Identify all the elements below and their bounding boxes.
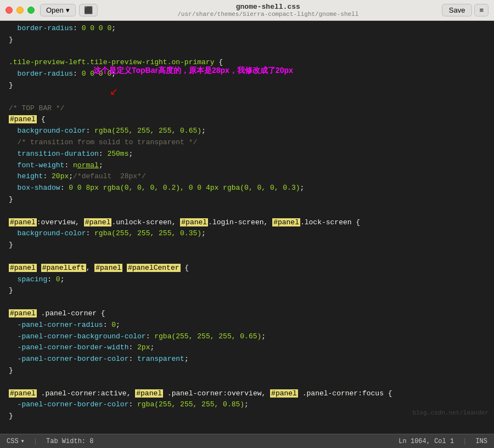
open-button[interactable]: Open ▾ (40, 4, 76, 16)
code-line[interactable]: spacing: 0; (0, 274, 494, 286)
save-button[interactable]: Save (442, 4, 473, 16)
code-line[interactable]: -panel-corner-background-color: rgba(255… (0, 331, 494, 343)
cursor-position: Ln 1064, Col 1 (398, 438, 454, 445)
code-line[interactable] (0, 377, 494, 388)
code-line[interactable]: background-color: rgba(255, 255, 255, 0.… (0, 228, 494, 240)
code-line[interactable]: } (0, 80, 494, 92)
code-line[interactable]: #panel #panelLeft, #panel #panelCenter { (0, 263, 494, 274)
tab-width-label: Tab Width: 8 (46, 438, 93, 445)
code-line[interactable] (0, 422, 494, 434)
code-line[interactable] (0, 297, 494, 308)
code-line[interactable]: box-shadow: 0 0 8px rgba(0, 0, 0, 0.2), … (0, 183, 494, 194)
titlebar: Open ▾ ⬛ gnome-shell.css /usr/share/them… (0, 0, 494, 21)
file-title: gnome-shell.css (98, 3, 439, 11)
code-line[interactable]: #panel .panel-corner { (0, 308, 494, 320)
minimize-button[interactable] (16, 7, 24, 14)
code-line[interactable]: font-weight: normal; (0, 160, 494, 172)
language-chevron: ▾ (21, 437, 25, 445)
code-line[interactable] (0, 206, 494, 217)
code-line[interactable]: border-radius: 0 0 0 0; (0, 23, 494, 35)
language-item[interactable]: CSS ▾ (7, 437, 25, 445)
code-line[interactable] (0, 251, 494, 263)
title-center: gnome-shell.css /usr/share/themes/Sierra… (98, 3, 439, 18)
save-icon-button[interactable]: ⬛ (79, 4, 98, 16)
watermark: blog.csdn.net/leander (412, 410, 489, 416)
window-buttons (5, 7, 35, 14)
editor-area: 这个是定义TopBar高度的，原本是28px，我修改成了20px ↙ borde… (0, 21, 494, 434)
code-line[interactable]: } (0, 194, 494, 206)
code-line[interactable]: #panel:overview, #panel.unlock-screen, #… (0, 217, 494, 229)
editor-mode: INS (475, 438, 487, 445)
code-line[interactable]: #panel { (0, 114, 494, 126)
language-label: CSS (7, 438, 19, 445)
maximize-button[interactable] (27, 7, 35, 14)
code-line[interactable]: height: 20px;/*default 28px*/ (0, 171, 494, 183)
code-line[interactable]: } (0, 285, 494, 297)
close-button[interactable] (5, 7, 13, 14)
code-line[interactable]: -panel-corner-border-width: 2px; (0, 342, 494, 354)
menu-button[interactable]: ≡ (474, 4, 489, 16)
code-line[interactable]: } (0, 365, 494, 377)
code-line[interactable]: -panel-corner-radius: 0; (0, 320, 494, 331)
code-line[interactable]: } (0, 35, 494, 46)
code-line[interactable]: #panel .panel-corner:active, #panel .pan… (0, 388, 494, 400)
tab-width-item: Tab Width: 8 (46, 438, 93, 445)
code-line[interactable]: border-radius: 0 0 0 0; (0, 69, 494, 80)
file-path: /usr/share/themes/Sierra-compact-light/g… (98, 11, 439, 18)
code-line[interactable]: .tile-preview-left.tile-preview-right.on… (0, 57, 494, 69)
code-line[interactable] (0, 46, 494, 58)
code-line[interactable]: /* TOP BAR */ (0, 103, 494, 115)
code-line[interactable]: /* transition from solid to transparent … (0, 137, 494, 149)
code-line[interactable]: -panel-corner-border-color: rgba(255, 25… (0, 399, 494, 411)
statusbar-right: Ln 1064, Col 1 | INS (398, 438, 487, 445)
code-line[interactable]: } (0, 240, 494, 251)
statusbar: CSS ▾ | Tab Width: 8 Ln 1064, Col 1 | IN… (0, 434, 494, 448)
code-line[interactable] (0, 92, 494, 103)
code-line[interactable]: background-color: rgba(255, 255, 255, 0.… (0, 126, 494, 137)
code-line[interactable]: -panel-corner-border-color: transparent; (0, 354, 494, 365)
code-line[interactable]: transition-duration: 250ms; (0, 149, 494, 160)
